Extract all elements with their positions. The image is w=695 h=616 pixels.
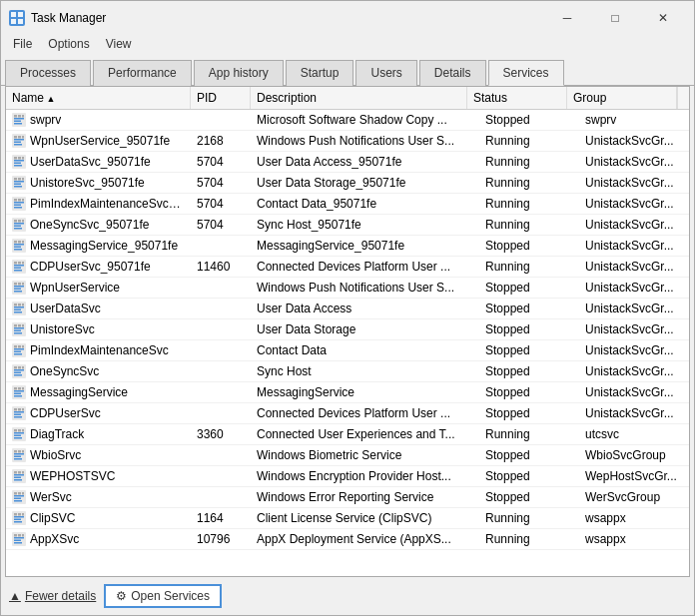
table-row[interactable]: WerSvcWindows Error Reporting ServiceSto… xyxy=(6,487,689,508)
window-title: Task Manager xyxy=(31,11,106,25)
table-row[interactable]: AppXSvc10796AppX Deployment Service (App… xyxy=(6,529,689,550)
svg-rect-58 xyxy=(18,262,21,265)
svg-rect-120 xyxy=(14,450,17,453)
svg-rect-147 xyxy=(14,542,22,544)
cell-pid xyxy=(191,403,251,423)
tab-performance[interactable]: Performance xyxy=(93,60,192,86)
open-services-button[interactable]: ⚙ Open Services xyxy=(104,584,222,608)
cell-group: UnistackSvcGr... xyxy=(579,403,689,423)
svg-rect-76 xyxy=(14,330,21,332)
table-row[interactable]: UserDataSvcUser Data AccessStoppedUnista… xyxy=(6,299,689,319)
svg-rect-112 xyxy=(14,437,22,439)
cell-pid xyxy=(191,445,251,465)
col-header-pid[interactable]: PID xyxy=(191,87,251,109)
svg-rect-50 xyxy=(14,241,17,244)
cell-name: WbioSrvc xyxy=(6,445,191,465)
cell-group: UnistackSvcGr... xyxy=(579,194,689,214)
cell-status: Stopped xyxy=(479,382,579,402)
app-icon xyxy=(9,10,25,26)
cell-status: Running xyxy=(479,424,579,444)
cell-group: UnistackSvcGr... xyxy=(579,382,689,402)
fewer-details-button[interactable]: ▲ Fewer details xyxy=(9,589,96,603)
svg-rect-131 xyxy=(14,495,24,497)
svg-rect-90 xyxy=(14,372,21,374)
table-row[interactable]: ClipSVC1164Client License Service (ClipS… xyxy=(6,508,689,529)
service-icon xyxy=(12,176,26,190)
tab-startup[interactable]: Startup xyxy=(286,60,354,86)
svg-rect-52 xyxy=(22,241,24,244)
menu-file[interactable]: File xyxy=(5,35,40,53)
tab-details[interactable]: Details xyxy=(419,60,486,86)
tab-processes[interactable]: Processes xyxy=(5,60,91,86)
svg-rect-70 xyxy=(14,311,22,313)
table-row[interactable]: OneSyncSvcSync HostStoppedUnistackSvcGr.… xyxy=(6,361,689,382)
col-header-name[interactable]: Name xyxy=(6,87,191,109)
cell-status: Stopped xyxy=(479,361,579,381)
service-icon xyxy=(12,134,26,148)
svg-rect-47 xyxy=(14,244,24,246)
table-row[interactable]: MessagingServiceMessagingServiceStoppedU… xyxy=(6,382,689,403)
table-row[interactable]: MessagingService_95071feMessagingService… xyxy=(6,236,689,257)
tab-app-history[interactable]: App history xyxy=(194,60,284,86)
cell-pid: 5704 xyxy=(191,215,251,235)
svg-rect-0 xyxy=(11,12,16,17)
svg-rect-26 xyxy=(14,181,24,183)
svg-rect-85 xyxy=(14,345,17,348)
table-row[interactable]: WEPHOSTSVCWindows Encryption Provider Ho… xyxy=(6,466,689,487)
maximize-button[interactable]: □ xyxy=(592,4,638,32)
table-row[interactable]: PimIndexMaintenanceSvcContact DataStoppe… xyxy=(6,340,689,361)
cell-description: Windows Encryption Provider Host... xyxy=(251,466,479,486)
svg-rect-65 xyxy=(18,283,21,286)
svg-rect-125 xyxy=(14,477,21,479)
cell-group: wsappx xyxy=(579,508,689,528)
table-row[interactable]: WpnUserServiceWindows Push Notifications… xyxy=(6,278,689,299)
table-row[interactable]: OneSyncSvc_95071fe5704Sync Host_95071feR… xyxy=(6,215,689,236)
svg-rect-126 xyxy=(14,479,22,481)
svg-rect-122 xyxy=(22,450,24,453)
table-row[interactable]: UnistoreSvcUser Data StorageStoppedUnist… xyxy=(6,319,689,340)
cell-status: Stopped xyxy=(479,466,579,486)
menu-view[interactable]: View xyxy=(98,35,140,53)
svg-rect-24 xyxy=(22,157,24,160)
col-header-group[interactable]: Group xyxy=(567,87,677,109)
menu-options[interactable]: Options xyxy=(40,35,97,53)
tab-users[interactable]: Users xyxy=(355,60,416,86)
svg-rect-106 xyxy=(14,408,17,411)
cell-pid xyxy=(191,382,251,402)
cell-description: User Data Access_95071fe xyxy=(251,152,479,172)
table-row[interactable]: WpnUserService_95071fe2168Windows Push N… xyxy=(6,131,689,152)
table-row[interactable]: swprvMicrosoft Software Shadow Copy ...S… xyxy=(6,110,689,131)
cell-status: Stopped xyxy=(479,319,579,339)
cell-description: Contact Data_95071fe xyxy=(251,194,479,214)
svg-rect-86 xyxy=(18,345,21,348)
table-header: Name PID Description Status Group xyxy=(6,87,689,110)
cell-description: MessagingService_95071fe xyxy=(251,236,479,256)
minimize-button[interactable]: ─ xyxy=(544,4,590,32)
cell-description: Sync Host_95071fe xyxy=(251,215,479,235)
svg-rect-83 xyxy=(14,351,21,353)
col-header-description[interactable]: Description xyxy=(251,87,467,109)
services-table: Name PID Description Status Group swprv xyxy=(5,86,690,577)
svg-rect-91 xyxy=(14,374,22,376)
cell-name: WerSvc xyxy=(6,487,191,507)
svg-rect-34 xyxy=(14,205,21,207)
cell-name: ClipSVC xyxy=(6,508,191,528)
col-header-status[interactable]: Status xyxy=(467,87,567,109)
svg-rect-134 xyxy=(14,492,17,495)
table-row[interactable]: WbioSrvcWindows Biometric ServiceStopped… xyxy=(6,445,689,466)
table-row[interactable]: DiagTrack3360Connected User Experiences … xyxy=(6,424,689,445)
cell-name: UserDataSvc_95071fe xyxy=(6,152,191,172)
table-row[interactable]: PimIndexMaintenanceSvc_...5704Contact Da… xyxy=(6,194,689,215)
tab-services[interactable]: Services xyxy=(488,60,564,86)
table-body[interactable]: swprvMicrosoft Software Shadow Copy ...S… xyxy=(6,110,689,576)
table-row[interactable]: UnistoreSvc_95071fe5704User Data Storage… xyxy=(6,173,689,194)
table-row[interactable]: UserDataSvc_95071fe5704User Data Access_… xyxy=(6,152,689,173)
cell-pid xyxy=(191,340,251,360)
svg-rect-128 xyxy=(18,471,21,474)
cell-group: UnistackSvcGr... xyxy=(579,131,689,151)
svg-rect-55 xyxy=(14,268,21,270)
table-row[interactable]: CDPUserSvc_95071fe11460Connected Devices… xyxy=(6,257,689,278)
svg-rect-92 xyxy=(14,366,17,369)
close-button[interactable]: ✕ xyxy=(640,4,686,32)
table-row[interactable]: CDPUserSvcConnected Devices Platform Use… xyxy=(6,403,689,424)
